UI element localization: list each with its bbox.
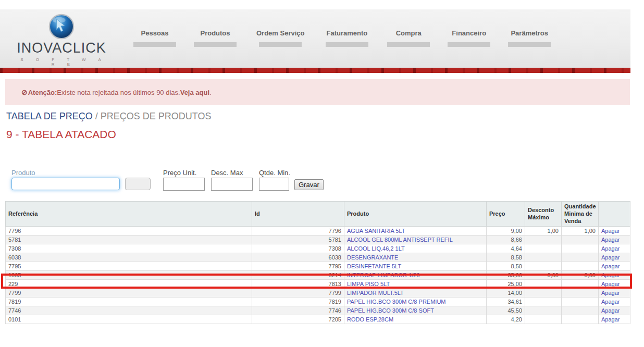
table-row: 7308 7308 ALCOOL LIQ.46,2 1LT 4,64 Apaga… xyxy=(6,244,630,253)
table-row: 7819 7819 PAPEL HIG.BCO 300M C/8 PREMIUM… xyxy=(6,298,630,306)
cell-id: 7819 xyxy=(252,298,344,306)
nav-item-underline xyxy=(326,42,368,47)
nav-item-parametros[interactable]: Parâmetros xyxy=(508,29,551,47)
nav-item-underline xyxy=(448,42,490,47)
cell-qtde-minima xyxy=(562,244,599,253)
qtde-min-input[interactable] xyxy=(259,178,289,191)
gravar-button[interactable]: Gravar xyxy=(294,179,324,190)
logo-orb-icon xyxy=(48,14,75,40)
cell-preco: 34,61 xyxy=(487,298,525,306)
product-link[interactable]: PAPEL HIG.BCO 300M C/8 SOFT xyxy=(347,307,434,314)
apagar-link[interactable]: Apagar xyxy=(601,316,620,323)
product-link[interactable]: PAPEL HIG.BCO 300M C/8 PREMIUM xyxy=(347,299,446,305)
page-title: 9 - TABELA ATACADO xyxy=(6,128,116,141)
cell-referencia: 7795 xyxy=(6,262,252,271)
product-link[interactable]: ALCOOL GEL 800ML ANTISSEPT REFIL xyxy=(347,237,453,243)
cell-preco: 8,66 xyxy=(487,236,525,244)
col-actions xyxy=(599,202,630,227)
product-link[interactable]: ALCOOL LIQ.46,2 1LT xyxy=(347,245,405,252)
table-row: 6038 6038 DESENGRAXANTE 8,58 Apagar xyxy=(6,253,630,262)
apagar-link[interactable]: Apagar xyxy=(601,237,620,243)
nav-item-compra[interactable]: Compra xyxy=(387,29,430,47)
produto-lookup-field[interactable] xyxy=(125,178,151,190)
product-link[interactable]: LIMPA PISO 5LT xyxy=(347,281,390,287)
cell-referencia: 229 xyxy=(6,280,252,289)
preco-unit-input[interactable] xyxy=(163,178,205,191)
product-link[interactable]: DESINFETANTE 5LT xyxy=(347,263,401,269)
product-link[interactable]: LIMPADOR MULT.5LT xyxy=(347,290,404,296)
apagar-link[interactable]: Apagar xyxy=(601,307,620,314)
alert-text: Existe nota rejeitada nos últimos 90 dia… xyxy=(57,89,180,96)
cell-referencia: 0101 xyxy=(6,315,252,324)
cell-desconto xyxy=(525,289,562,298)
cell-qtde-minima xyxy=(562,298,599,306)
breadcrumb: TABELA DE PREÇO / PREÇOS DE PRODUTOS xyxy=(6,111,211,122)
cell-id: 7205 xyxy=(252,315,344,324)
preco-unit-label: Preço Unit. xyxy=(163,169,196,177)
logo-subtitle: S O F T W A R E xyxy=(15,57,108,67)
nav-item-underline xyxy=(259,42,302,47)
product-link[interactable]: AGUA SANITARIA 5LT xyxy=(347,228,405,234)
product-link[interactable]: DESENGRAXANTE xyxy=(347,254,398,261)
apagar-link[interactable]: Apagar xyxy=(601,228,620,234)
apagar-link[interactable]: Apagar xyxy=(601,263,620,269)
alert-link[interactable]: Veja aqui xyxy=(180,89,209,96)
cell-qtde-minima xyxy=(562,306,599,315)
cell-referencia: 7746 xyxy=(6,306,252,315)
col-produto: Produto xyxy=(344,202,487,227)
apagar-link[interactable]: Apagar xyxy=(601,290,620,296)
product-link[interactable]: RODO ESP.28CM xyxy=(347,316,393,323)
col-preco: Preço xyxy=(487,202,525,227)
table-row: 5781 5781 ALCOOL GEL 800ML ANTISSEPT REF… xyxy=(6,236,630,244)
breadcrumb-separator: / xyxy=(95,111,101,121)
cell-id: 7746 xyxy=(252,306,344,315)
alert-title: Atenção: xyxy=(28,89,57,96)
cell-preco: 9,00 xyxy=(487,227,525,236)
nav-item-produtos[interactable]: Produtos xyxy=(194,29,237,47)
cell-id: 7796 xyxy=(252,227,344,236)
cell-referencia: 5781 xyxy=(6,236,252,244)
produto-input[interactable] xyxy=(11,178,120,190)
produto-label: Produto xyxy=(11,169,35,177)
cell-preco: 25,00 xyxy=(487,280,525,289)
nav-item-underline xyxy=(508,42,551,47)
desc-max-input[interactable] xyxy=(211,178,253,191)
apagar-link[interactable]: Apagar xyxy=(601,254,620,261)
cell-id: 5781 xyxy=(252,236,344,244)
cell-preco: 4,64 xyxy=(487,244,525,253)
cell-qtde-minima xyxy=(562,289,599,298)
apagar-link[interactable]: Apagar xyxy=(601,245,620,252)
cell-desconto xyxy=(525,306,562,315)
cell-preco: 8,50 xyxy=(487,262,525,271)
nav-item-faturamento[interactable]: Faturamento xyxy=(325,29,370,47)
cell-qtde-minima xyxy=(562,280,599,289)
app-logo: INOVACLICK S O F T W A R E xyxy=(15,14,108,67)
table-row: 7796 7796 AGUA SANITARIA 5LT 9,00 1,00 1… xyxy=(6,227,630,236)
nav-item-financeiro[interactable]: Financeiro xyxy=(448,29,490,47)
cell-referencia: 7799 xyxy=(6,289,252,298)
nav-item-pessoas[interactable]: Pessoas xyxy=(133,29,176,47)
price-edit-form: Produto Preço Unit. Desc. Max Qtde. Min.… xyxy=(6,168,371,195)
apagar-link[interactable]: Apagar xyxy=(601,272,620,278)
table-row: 229 7813 LIMPA PISO 5LT 25,00 Apagar xyxy=(6,280,630,289)
apagar-link[interactable]: Apagar xyxy=(601,299,620,305)
cell-qtde-minima: 0,00 xyxy=(562,271,599,280)
cell-id: 6038 xyxy=(252,253,344,262)
cell-qtde-minima xyxy=(562,253,599,262)
cell-desconto xyxy=(525,236,562,244)
cell-desconto xyxy=(525,280,562,289)
breadcrumb-link-tabela-preco[interactable]: TABELA DE PREÇO xyxy=(6,111,93,121)
product-link[interactable]: INTERCAP LIMPADOR 1/20 xyxy=(347,272,420,278)
blocked-icon: ⊘ xyxy=(21,88,28,96)
cell-preco: 14,00 xyxy=(487,289,525,298)
cell-desconto: 0,00 xyxy=(525,271,562,280)
main-nav: Pessoas Produtos Ordem Serviço Faturamen… xyxy=(133,29,551,47)
logo-name: INOVACLICK xyxy=(15,40,108,56)
col-desconto-maximo: Desconto Máximo xyxy=(525,202,562,227)
cell-qtde-minima xyxy=(562,236,599,244)
cell-id: 7813 xyxy=(252,280,344,289)
desc-max-label: Desc. Max xyxy=(211,169,243,177)
nav-item-ordem-servico[interactable]: Ordem Serviço xyxy=(254,29,307,47)
cell-referencia: 7819 xyxy=(6,298,252,306)
apagar-link[interactable]: Apagar xyxy=(601,281,620,287)
